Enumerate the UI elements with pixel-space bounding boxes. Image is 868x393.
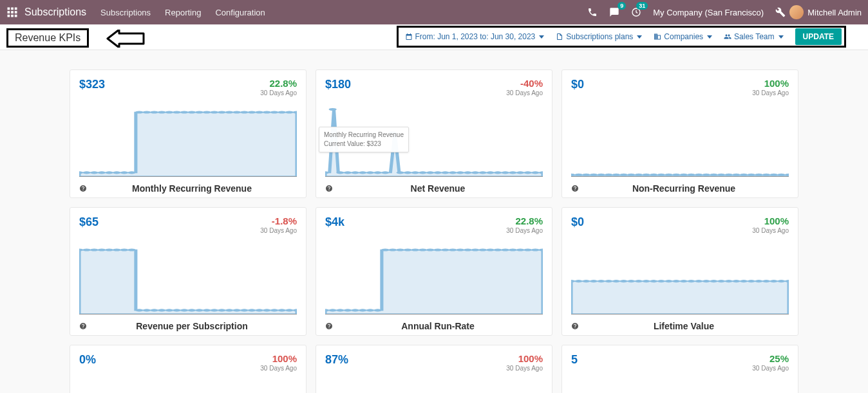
update-button[interactable]: UPDATE bbox=[795, 28, 842, 45]
dashboard-content[interactable]: $323 22.8% 30 Days Ago Monthly Recurring… bbox=[0, 50, 868, 393]
svg-point-54 bbox=[426, 171, 434, 174]
kpi-name: Non-Recurring Revenue bbox=[579, 183, 789, 194]
help-icon[interactable] bbox=[79, 322, 87, 330]
svg-point-66 bbox=[516, 171, 524, 174]
help-icon[interactable] bbox=[79, 185, 87, 192]
svg-point-57 bbox=[449, 171, 457, 174]
kpi-card[interactable]: 87% 100% 30 Days Ago bbox=[316, 345, 552, 393]
svg-point-75 bbox=[605, 174, 612, 176]
svg-point-99 bbox=[785, 174, 789, 176]
kpi-card[interactable]: $65 -1.8% 30 Days Ago Revenue per Subscr… bbox=[70, 207, 307, 336]
kpi-top: $323 22.8% 30 Days Ago bbox=[79, 78, 297, 96]
help-icon[interactable] bbox=[325, 322, 333, 330]
svg-point-140 bbox=[396, 249, 404, 251]
companies-filter[interactable]: Companies bbox=[654, 32, 712, 41]
nav-configuration[interactable]: Configuration bbox=[215, 8, 265, 17]
help-icon[interactable] bbox=[571, 322, 579, 330]
kpi-change: -40% 30 Days Ago bbox=[506, 78, 543, 96]
kpi-card[interactable]: $323 22.8% 30 Days Ago Monthly Recurring… bbox=[70, 69, 307, 198]
svg-point-37 bbox=[278, 111, 286, 114]
kpi-top: $4k 22.8% 30 Days Ago bbox=[325, 215, 543, 234]
kpi-value: $65 bbox=[79, 215, 99, 229]
svg-point-28 bbox=[211, 111, 218, 114]
date-range-label: From: Jun 1, 2023 to: Jun 30, 2023 bbox=[415, 32, 536, 41]
svg-point-14 bbox=[106, 171, 113, 174]
kpi-card[interactable]: $4k 22.8% 30 Days Ago Annual Run-Rate bbox=[316, 207, 552, 336]
svg-point-31 bbox=[233, 111, 241, 114]
svg-point-123 bbox=[248, 309, 256, 311]
app-title[interactable]: Subscriptions bbox=[24, 6, 86, 18]
kpi-top: $180 -40% 30 Days Ago bbox=[325, 78, 543, 96]
kpi-change: -1.8% 30 Days Ago bbox=[260, 215, 297, 234]
users-icon bbox=[724, 33, 731, 41]
svg-point-89 bbox=[710, 174, 717, 176]
svg-point-107 bbox=[128, 249, 136, 251]
date-range-filter[interactable]: From: Jun 1, 2023 to: Jun 30, 2023 bbox=[405, 32, 545, 41]
svg-point-130 bbox=[325, 309, 329, 311]
svg-point-94 bbox=[748, 174, 755, 176]
topnav: Subscriptions Subscriptions Reporting Co… bbox=[0, 0, 868, 24]
svg-point-84 bbox=[672, 174, 680, 176]
kpi-card[interactable]: $0 100% 30 Days Ago Lifetime Value bbox=[561, 207, 798, 336]
nav-subscriptions[interactable]: Subscriptions bbox=[100, 8, 151, 17]
messages-icon[interactable]: 9 bbox=[609, 7, 619, 17]
companies-label: Companies bbox=[664, 32, 703, 41]
caret-down-icon bbox=[778, 35, 784, 39]
svg-point-25 bbox=[188, 111, 196, 114]
kpi-footer: Lifetime Value bbox=[571, 321, 789, 331]
svg-point-30 bbox=[225, 111, 233, 114]
svg-point-177 bbox=[695, 280, 703, 282]
voip-icon[interactable] bbox=[587, 7, 598, 17]
svg-point-145 bbox=[434, 249, 442, 251]
kpi-change-pct: 25% bbox=[752, 353, 789, 364]
tooltip-value: Current Value: $323 bbox=[324, 140, 404, 149]
sales-team-filter[interactable]: Sales Team bbox=[724, 32, 783, 41]
kpi-top: $65 -1.8% 30 Days Ago bbox=[79, 215, 297, 234]
arrow-annotation bbox=[106, 30, 145, 48]
debug-icon[interactable] bbox=[775, 7, 786, 17]
svg-point-59 bbox=[464, 171, 471, 174]
plans-filter[interactable]: Subscriptions plans bbox=[556, 32, 642, 41]
svg-point-18 bbox=[135, 111, 143, 114]
plans-label: Subscriptions plans bbox=[566, 32, 633, 41]
apps-icon[interactable] bbox=[6, 6, 18, 18]
user-name[interactable]: Mitchell Admin bbox=[807, 8, 862, 17]
kpi-name: Lifetime Value bbox=[579, 321, 789, 331]
subheader: Revenue KPIs From: Jun 1, 2023 to: Jun 3… bbox=[0, 24, 868, 50]
svg-point-45 bbox=[359, 171, 366, 174]
kpi-value: 87% bbox=[325, 353, 348, 367]
svg-point-73 bbox=[590, 174, 598, 176]
help-icon[interactable] bbox=[571, 185, 579, 192]
kpi-card[interactable]: $0 100% 30 Days Ago Non-Recurring Revenu… bbox=[561, 69, 798, 198]
kpi-top: $0 100% 30 Days Ago bbox=[571, 78, 789, 96]
svg-point-108 bbox=[135, 309, 143, 311]
svg-point-148 bbox=[457, 249, 464, 251]
user-avatar[interactable] bbox=[789, 5, 804, 19]
nav-reporting[interactable]: Reporting bbox=[165, 8, 201, 17]
svg-rect-8 bbox=[15, 15, 17, 17]
activities-icon[interactable]: 31 bbox=[631, 7, 641, 17]
svg-point-86 bbox=[687, 174, 695, 176]
svg-point-114 bbox=[180, 309, 188, 311]
svg-point-118 bbox=[211, 309, 218, 311]
kpi-card[interactable]: 5 25% 30 Days Ago bbox=[561, 345, 798, 393]
help-icon[interactable] bbox=[325, 185, 333, 192]
company-selector[interactable]: My Company (San Francisco) bbox=[653, 8, 764, 17]
svg-point-162 bbox=[582, 280, 590, 282]
kpi-card[interactable]: $180 -40% 30 Days Ago Net Revenue Monthl… bbox=[316, 69, 552, 198]
kpi-footer: Annual Run-Rate bbox=[325, 321, 543, 331]
svg-point-83 bbox=[665, 174, 672, 176]
svg-point-174 bbox=[672, 280, 680, 282]
kpi-name: Net Revenue bbox=[333, 183, 543, 194]
svg-point-144 bbox=[426, 249, 434, 251]
svg-point-80 bbox=[642, 174, 650, 176]
kpi-change-pct: 100% bbox=[506, 353, 543, 364]
svg-point-36 bbox=[270, 111, 278, 114]
kpi-top: 0% 100% 30 Days Ago bbox=[79, 353, 297, 372]
kpi-change-ago: 30 Days Ago bbox=[260, 365, 297, 372]
svg-point-52 bbox=[411, 171, 419, 174]
kpi-card[interactable]: 0% 100% 30 Days Ago bbox=[70, 345, 307, 393]
svg-point-29 bbox=[218, 111, 225, 114]
svg-point-119 bbox=[218, 309, 225, 311]
svg-point-60 bbox=[471, 171, 479, 174]
